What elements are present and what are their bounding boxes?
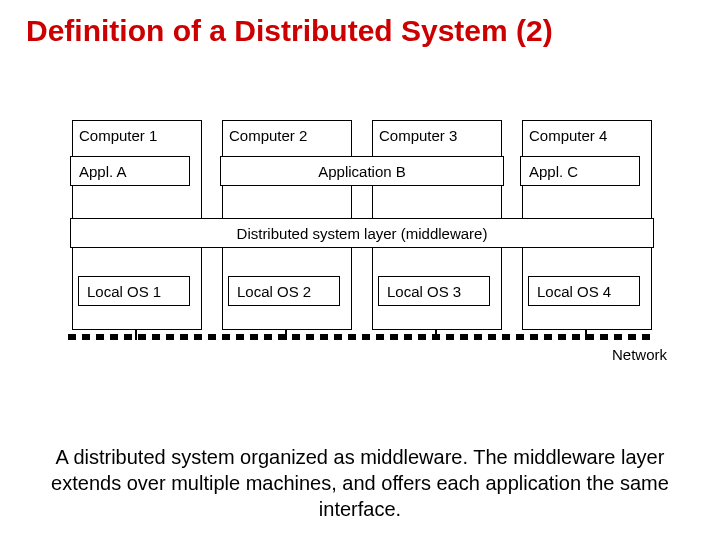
- local-os-2-box: Local OS 2: [228, 276, 340, 306]
- local-os-1-box: Local OS 1: [78, 276, 190, 306]
- local-os-4-box: Local OS 4: [528, 276, 640, 306]
- slide-caption: A distributed system organized as middle…: [20, 444, 700, 522]
- computer-1-label: Computer 1: [73, 121, 201, 152]
- computer-3-label: Computer 3: [373, 121, 501, 152]
- local-os-3-box: Local OS 3: [378, 276, 490, 306]
- application-c-box: Appl. C: [520, 156, 640, 186]
- application-a-box: Appl. A: [70, 156, 190, 186]
- slide-title: Definition of a Distributed System (2): [0, 0, 720, 48]
- application-b-box: Application B: [220, 156, 504, 186]
- diagram: Computer 1 Computer 2 Computer 3 Compute…: [72, 120, 652, 360]
- computer-4-label: Computer 4: [523, 121, 651, 152]
- computer-2-label: Computer 2: [223, 121, 351, 152]
- network-bus-icon: [68, 330, 656, 344]
- network-label: Network: [612, 346, 667, 363]
- middleware-layer-box: Distributed system layer (middleware): [70, 218, 654, 248]
